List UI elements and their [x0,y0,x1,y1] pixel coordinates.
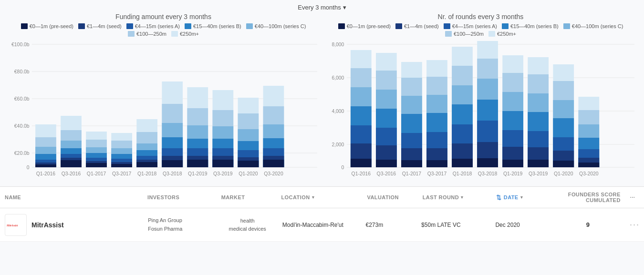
data-table: NAME INVESTORS MARKET LOCATION ▾ VALUATI… [0,186,644,242]
r-seriesA-label: €4—15m (series A) [452,23,497,29]
svg-rect-74 [238,161,259,167]
th-market-label: MARKET [221,194,245,200]
svg-rect-164 [553,161,574,167]
svg-text:€60.0b: €60.0b [14,96,30,102]
th-location[interactable]: LOCATION ▾ [276,194,362,200]
r-legend-item-seriesA: €4—15m (series A) [444,23,497,29]
bar-q1-2016 [35,124,56,167]
seriesB-swatch [185,23,191,29]
svg-text:Q1-2019: Q1-2019 [503,171,523,176]
td-location: Modi'in-Maccabim-Re'ut [278,218,361,232]
period-filter[interactable]: Every 3 months ▾ [0,0,644,13]
250plus-swatch [171,31,178,37]
th-date-label: DATE [504,194,519,200]
svg-text:8,000: 8,000 [332,42,344,47]
th-valuation-label: VALUATION [367,194,399,200]
svg-text:4,000: 4,000 [332,109,344,114]
date-value: Dec 2020 [495,222,519,228]
rounds-legend: €0—1m (pre-seed) €1—4m (seed) €4—15m (se… [327,23,634,37]
r-preseed-swatch [338,23,345,29]
td-more[interactable]: ··· [625,216,644,234]
svg-rect-157 [528,160,549,167]
th-more[interactable]: ··· [625,194,644,200]
more-options-icon[interactable]: ··· [630,194,635,200]
filter-label: Every 3 months [298,4,341,11]
250plus-label: €250m+ [180,31,199,37]
seriesB-label: €15—40m (series B) [193,23,241,29]
rounds-svg: 8,000 6,000 4,000 2,000 0 [327,40,634,183]
svg-text:Q1-2017: Q1-2017 [87,171,106,176]
th-lastround[interactable]: LAST ROUND ▾ [418,194,492,200]
svg-text:Q3-2017: Q3-2017 [427,171,447,176]
seriesA-label: €4—15m (series A) [135,23,180,29]
date-filter-icon[interactable]: ⇅ [496,194,501,201]
chevron-down-icon: ▾ [343,4,346,11]
r-bar-q3-2017 [426,60,447,167]
svg-text:Q1-2016: Q1-2016 [352,171,371,176]
svg-text:€20.0b: €20.0b [14,151,30,156]
th-lastround-label: LAST ROUND [423,194,459,200]
location-sort-icon[interactable]: ▾ [312,195,314,200]
r-250plus-label: €250m+ [497,31,516,37]
svg-text:Q1-2016: Q1-2016 [36,171,56,176]
r-bar-q3-2019 [528,57,549,167]
td-market: health medical devices [218,213,278,236]
r-legend-item-preseed: €0—1m (pre-seed) [338,23,391,29]
r-preseed-label: €0—1m (pre-seed) [347,23,391,29]
svg-text:Q1-2020: Q1-2020 [554,171,573,176]
svg-text:Q1-2019: Q1-2019 [188,171,208,176]
row-more-options[interactable]: ··· [630,220,640,229]
th-date[interactable]: ⇅ DATE ▾ [491,194,551,201]
seriesA-swatch [126,23,133,29]
charts-row: Funding amount every 3 months €0—1m (pre… [0,13,644,183]
seriesC-swatch [246,23,253,29]
th-market: MARKET [217,194,277,200]
svg-text:Q1-2018: Q1-2018 [137,171,157,176]
td-valuation: €273m [361,218,416,232]
company-logo: MitrAssist [5,214,27,236]
lastround-sort-icon[interactable]: ▾ [461,195,463,200]
r-bar-q1-2016 [351,50,372,167]
r-seed-swatch [395,23,402,29]
svg-rect-150 [502,160,523,167]
th-founders: FOUNDERS SCORE CUMULATED [551,192,625,203]
table-header-row: NAME INVESTORS MARKET LOCATION ▾ VALUATI… [0,187,644,208]
svg-text:Q3-2019: Q3-2019 [213,171,233,176]
bar-q3-2017 [111,133,132,167]
preseed-swatch [21,23,28,29]
svg-text:Q1-2018: Q1-2018 [453,171,472,176]
th-investors: INVESTORS [143,194,217,200]
svg-rect-129 [426,160,447,167]
bar-q3-2019 [212,90,233,167]
rounds-chart-area: 8,000 6,000 4,000 2,000 0 [327,40,634,183]
svg-text:Q3-2018: Q3-2018 [163,171,182,176]
svg-text:€80.0b: €80.0b [14,69,30,74]
svg-rect-136 [452,159,473,167]
date-sort-icon[interactable]: ▾ [520,195,523,200]
funding-svg: €100.0b €80.0b €60.0b €40.0b €20.0b 0 [10,40,317,183]
funding-legend: €0—1m (pre-seed) €1—4m (seed) €4—15m (se… [10,23,317,37]
legend-item-seriesA: €4—15m (series A) [126,23,180,29]
100-250-swatch [128,31,135,37]
svg-text:MitrAssist: MitrAssist [6,224,18,226]
rounds-chart-section: Nr. of rounds every 3 months €0—1m (pre-… [322,13,639,183]
lastround-value: $50m LATE VC [421,222,460,228]
seriesC-label: €40—100m (series C) [255,23,306,29]
valuation-value: €273m [365,222,383,228]
r-legend-item-250plus: €250m+ [488,31,516,37]
svg-rect-122 [401,160,422,167]
svg-rect-108 [351,159,372,167]
svg-rect-18 [35,164,56,167]
100-250-label: €100—250m [136,31,166,37]
location-value: Modi'in-Maccabim-Re'ut [282,222,343,228]
th-name-label: NAME [5,194,21,200]
r-bar-q1-2017 [401,62,422,167]
legend-item-250plus: €250m+ [171,31,199,37]
svg-text:0: 0 [342,165,344,170]
funding-chart-area: €100.0b €80.0b €60.0b €40.0b €20.0b 0 [10,40,317,183]
th-name: NAME [0,194,143,200]
legend-item-100-250: €100—250m [128,31,166,37]
th-founders-label: FOUNDERS SCORE CUMULATED [556,192,621,203]
r-legend-item-seriesC: €40—100m (series C) [563,23,623,29]
seed-label: €1—4m (seed) [87,23,122,29]
